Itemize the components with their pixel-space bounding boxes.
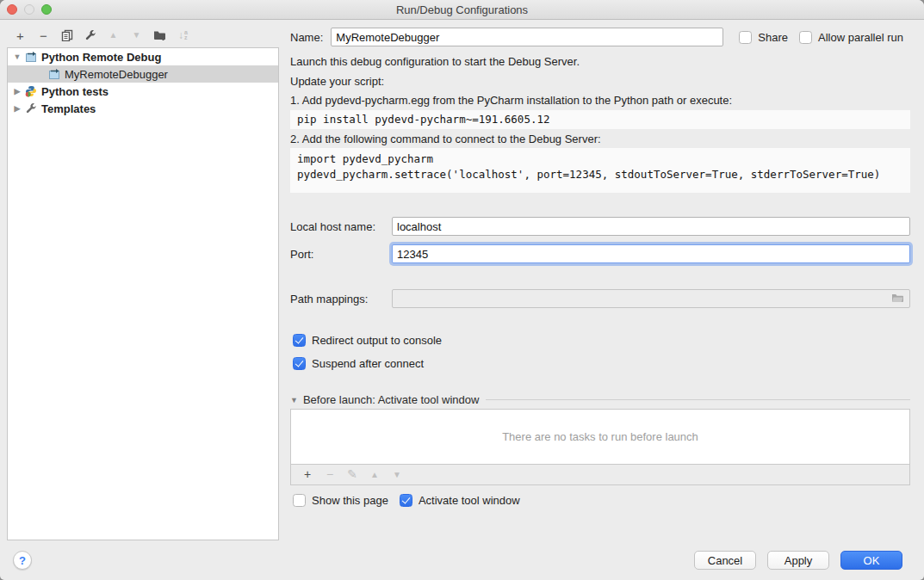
close-window-button[interactable]	[7, 4, 17, 15]
configurations-tree: ▼ Python Remote Debug MyRemoteDebugger ▶…	[7, 47, 279, 540]
sort-alphabetically-icon: ↓az	[171, 26, 195, 45]
name-label: Name:	[290, 31, 323, 44]
browse-folder-icon[interactable]	[891, 293, 904, 304]
dialog-buttons: Cancel Apply OK	[694, 551, 902, 570]
page-options-row: Show this page Activate tool window	[293, 494, 520, 507]
allow-parallel-run-checkbox[interactable]	[799, 31, 812, 44]
path-mappings-row: Path mappings:	[290, 289, 910, 308]
minimize-window-button	[24, 4, 34, 15]
before-launch-task-list[interactable]: There are no tasks to run before launch	[290, 409, 910, 465]
before-launch-toolbar: + − ✎ ▲ ▼	[290, 464, 910, 485]
redirect-output-row[interactable]: Redirect output to console	[293, 334, 442, 347]
apply-button[interactable]: Apply	[767, 551, 829, 570]
redirect-output-label: Redirect output to console	[312, 334, 442, 347]
tree-item-label: Python tests	[41, 85, 109, 98]
local-host-label: Local host name:	[290, 220, 392, 233]
title-bar[interactable]: Run/Debug Configurations	[0, 0, 924, 20]
path-mappings-field-wrap	[392, 289, 910, 308]
new-folder-icon[interactable]	[148, 26, 171, 45]
local-host-input[interactable]	[392, 217, 910, 236]
tree-item-label: Templates	[41, 102, 96, 115]
tree-item-label: MyRemoteDebugger	[65, 68, 168, 81]
edit-task-pencil-icon: ✎	[341, 467, 363, 481]
move-up-button: ▲	[102, 26, 125, 45]
chevron-down-icon[interactable]: ▼	[290, 396, 298, 404]
tree-item-python-tests[interactable]: ▶ Python tests	[8, 83, 278, 100]
move-down-button: ▼	[125, 26, 148, 45]
add-task-button[interactable]: +	[296, 467, 319, 481]
settrace-code-line1: import pydevd_pycharm	[297, 152, 433, 165]
remove-task-button: −	[319, 467, 341, 481]
allow-parallel-run-label: Allow parallel run	[818, 31, 903, 44]
activate-tool-window-checkbox[interactable]	[400, 494, 412, 507]
window-title: Run/Debug Configurations	[0, 3, 924, 16]
empty-tasks-text: There are no tasks to run before launch	[502, 430, 698, 443]
move-task-down-button: ▼	[386, 470, 408, 479]
tree-item-python-remote-debug[interactable]: ▼ Python Remote Debug	[8, 48, 278, 65]
question-mark-icon: ?	[19, 554, 26, 567]
move-task-up-button: ▲	[363, 470, 386, 479]
step2-text: 2. Add the following command to connect …	[290, 133, 601, 146]
step1-text: 1. Add pydevd-pycharm.egg from the PyCha…	[290, 94, 732, 108]
share-checkbox[interactable]	[739, 31, 752, 44]
suspend-after-connect-label: Suspend after connect	[312, 357, 424, 370]
help-button[interactable]: ?	[13, 551, 32, 570]
path-mappings-input[interactable]	[392, 289, 910, 308]
traffic-lights	[7, 4, 52, 15]
configurations-toolbar: + − ▲ ▼ ↓az	[9, 25, 195, 46]
before-launch-header[interactable]: ▼ Before launch: Activate tool window	[290, 393, 910, 406]
settrace-code-line2: pydevd_pycharm.settrace('localhost', por…	[297, 168, 880, 181]
chevron-right-icon[interactable]: ▶	[10, 87, 24, 96]
port-input[interactable]	[392, 244, 910, 263]
port-label: Port:	[290, 248, 392, 261]
name-row: Name: Share Allow parallel run	[290, 28, 910, 46]
show-this-page-checkbox[interactable]	[293, 494, 306, 507]
path-mappings-label: Path mappings:	[290, 293, 392, 305]
section-divider	[486, 399, 910, 400]
suspend-after-connect-row[interactable]: Suspend after connect	[293, 357, 424, 370]
intro-text: Launch this debug configuration to start…	[290, 55, 580, 69]
copy-configuration-icon[interactable]	[55, 26, 78, 45]
cancel-button[interactable]: Cancel	[694, 551, 756, 570]
show-this-page-label: Show this page	[312, 494, 388, 507]
python-tests-icon	[24, 84, 38, 98]
ok-button[interactable]: OK	[840, 551, 902, 570]
redirect-output-checkbox[interactable]	[293, 334, 306, 347]
remote-debug-config-icon	[47, 67, 61, 81]
tree-item-templates[interactable]: ▶ Templates	[8, 100, 278, 117]
settrace-code[interactable]: import pydevd_pycharm pydevd_pycharm.set…	[290, 148, 910, 193]
templates-wrench-icon	[24, 102, 38, 115]
edit-templates-wrench-icon[interactable]	[78, 26, 102, 45]
chevron-down-icon[interactable]: ▼	[10, 52, 24, 61]
share-label: Share	[758, 31, 788, 44]
update-script-text: Update your script:	[290, 75, 384, 89]
pip-install-code[interactable]: pip install pydevd-pycharm~=191.6605.12	[290, 110, 910, 129]
remote-debug-config-icon	[24, 50, 38, 64]
tree-item-label: Python Remote Debug	[41, 51, 161, 64]
zoom-window-button[interactable]	[41, 4, 52, 15]
activate-tool-window-label: Activate tool window	[419, 494, 520, 507]
tree-item-myremotedebugger[interactable]: MyRemoteDebugger	[8, 65, 278, 83]
run-debug-configurations-dialog: Run/Debug Configurations + − ▲ ▼ ↓az ▼ P…	[0, 0, 924, 580]
add-configuration-button[interactable]: +	[9, 26, 32, 45]
local-host-row: Local host name:	[290, 217, 910, 236]
suspend-after-connect-checkbox[interactable]	[293, 357, 306, 370]
chevron-right-icon[interactable]: ▶	[10, 104, 24, 113]
port-row: Port:	[290, 244, 910, 263]
name-input[interactable]	[331, 28, 723, 46]
remove-configuration-button[interactable]: −	[32, 26, 55, 45]
before-launch-title: Before launch: Activate tool window	[303, 393, 480, 406]
